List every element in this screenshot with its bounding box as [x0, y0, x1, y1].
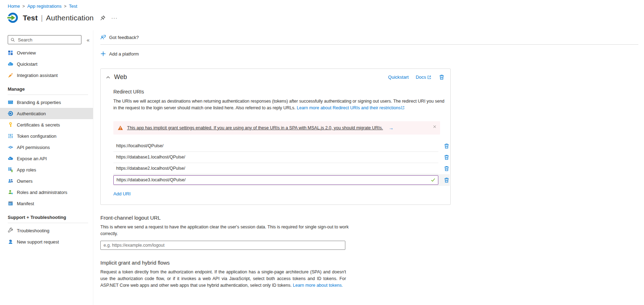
sidebar-item-label: App roles: [17, 167, 36, 173]
sidebar-item-certificates-secrets[interactable]: Certificates & secrets: [0, 119, 93, 130]
more-menu-icon[interactable]: ···: [111, 15, 118, 21]
sidebar-item-label: Roles and administrators: [17, 190, 67, 195]
front-channel-title: Front-channel logout URL: [100, 215, 644, 221]
main-content: Got feedback? Add a platform Web Quickst…: [100, 30, 644, 305]
authentication-icon: [8, 111, 13, 116]
sidebar-section-manage: Manage: [0, 81, 93, 95]
add-platform-label: Add a platform: [109, 51, 139, 57]
breadcrumb-home[interactable]: Home: [8, 4, 20, 9]
feedback-icon: [100, 34, 106, 40]
app-name: Test: [23, 14, 38, 22]
breadcrumb: Home > App registrations > Test: [8, 4, 77, 9]
sidebar-item-overview[interactable]: Overview: [0, 47, 93, 58]
implicit-grant-description: Request a token directly from the author…: [100, 269, 346, 289]
front-channel-logout-url-input[interactable]: [100, 241, 345, 250]
sidebar-item-label: Branding & properties: [17, 100, 61, 105]
learn-more-tokens-link[interactable]: Learn more about tokens.: [293, 283, 343, 288]
add-uri-button[interactable]: Add URI: [113, 191, 131, 196]
api-permissions-icon: [8, 144, 13, 150]
front-channel-description: This is where we send a request to have …: [100, 224, 365, 237]
redirect-uri-value[interactable]: https://localhost/QPulse/: [113, 141, 438, 152]
sidebar-item-label: Troubleshooting: [17, 228, 49, 233]
delete-web-platform-button[interactable]: [439, 74, 445, 80]
warning-triangle-icon: [118, 125, 123, 131]
sidebar-section-support: Support + Troubleshooting: [0, 209, 93, 223]
breadcrumb-app-registrations[interactable]: App registrations: [27, 4, 62, 9]
sidebar-item-branding-properties[interactable]: Branding & properties: [0, 97, 93, 108]
manifest-icon: [8, 201, 13, 206]
sidebar-item-new-support-request[interactable]: New support request: [0, 236, 93, 247]
pin-icon[interactable]: [100, 15, 106, 21]
sidebar-item-label: Integration assistant: [17, 73, 58, 78]
quickstart-icon: [8, 61, 13, 67]
breadcrumb-separator: >: [64, 4, 66, 9]
search-input[interactable]: [17, 37, 79, 43]
sidebar-item-owners[interactable]: Owners: [0, 175, 93, 187]
redirect-uri-input[interactable]: [113, 175, 438, 185]
integration-assistant-icon: [8, 72, 13, 78]
web-card-title: Web: [114, 73, 127, 81]
plus-icon: [100, 51, 106, 57]
trash-icon: [444, 177, 450, 183]
search-icon: [11, 38, 15, 42]
blade-name: Authentication: [46, 14, 94, 22]
redirect-uris-title: Redirect URIs: [113, 89, 436, 95]
redirect-uri-value[interactable]: https://database2.localhost/QPulse/: [113, 163, 438, 174]
sidebar-item-label: API permissions: [17, 145, 50, 150]
sidebar-item-authentication[interactable]: Authentication: [0, 108, 93, 119]
sidebar-item-label: Owners: [17, 179, 33, 184]
got-feedback-label: Got feedback?: [109, 35, 139, 40]
add-platform-button[interactable]: Add a platform: [100, 51, 139, 57]
learn-more-redirect-uris-link[interactable]: Learn more about Redirect URIs and their…: [297, 105, 401, 110]
sidebar-item-quickstart[interactable]: Quickstart: [0, 58, 93, 70]
sidebar-item-label: Certificates & secrets: [17, 122, 60, 128]
warning-migrate-uris-link[interactable]: This app has implicit grant settings ena…: [127, 125, 383, 130]
sidebar-collapse-button[interactable]: «: [85, 36, 91, 44]
sidebar-search[interactable]: [8, 35, 81, 44]
divider: [8, 95, 88, 95]
implicit-grant-title: Implicit grant and hybrid flows: [100, 260, 644, 266]
delete-uri-button[interactable]: [444, 166, 450, 171]
branding-icon: [8, 99, 13, 105]
front-channel-section: Front-channel logout URL This is where w…: [100, 215, 644, 250]
new-support-request-icon: [8, 239, 13, 245]
collapse-web-chevron-icon[interactable]: [105, 74, 111, 80]
token-configuration-icon: [8, 133, 13, 139]
overview-icon: [8, 50, 13, 56]
owners-icon: [8, 178, 13, 184]
delete-uri-button[interactable]: [444, 177, 450, 183]
sidebar-item-manifest[interactable]: Manifest: [0, 198, 93, 209]
delete-uri-button[interactable]: [444, 154, 450, 160]
external-link-icon: [427, 75, 432, 80]
sidebar-item-expose-an-api[interactable]: Expose an API: [0, 153, 93, 164]
sidebar-item-api-permissions[interactable]: API permissions: [0, 142, 93, 153]
page-title: Test | Authentication: [23, 14, 94, 22]
trash-icon: [444, 166, 450, 171]
sidebar-item-roles-administrators[interactable]: Roles and administrators: [0, 187, 93, 198]
redirect-uri-row-editing: [113, 174, 450, 186]
sidebar-item-integration-assistant[interactable]: Integration assistant: [0, 70, 93, 81]
sidebar-nav: Overview Quickstart Integration assistan…: [0, 47, 93, 247]
sidebar-item-token-configuration[interactable]: Token configuration: [0, 130, 93, 142]
sidebar-item-label: Authentication: [17, 111, 46, 116]
docs-link[interactable]: Docs: [416, 74, 432, 80]
sidebar-item-app-roles[interactable]: App roles: [0, 164, 93, 175]
sidebar-item-label: Token configuration: [17, 134, 57, 139]
breadcrumb-separator: >: [22, 4, 25, 9]
web-platform-card: Web Quickstart Docs Redirect URIs The UR…: [100, 69, 451, 205]
close-warning-button[interactable]: [432, 124, 437, 130]
breadcrumb-current[interactable]: Test: [69, 4, 77, 9]
redirect-uris-description: The URIs we will accept as destinations …: [113, 98, 445, 112]
command-bar: Got feedback?: [100, 30, 638, 45]
external-link-icon: [400, 105, 405, 110]
title-divider: |: [41, 14, 43, 22]
sidebar-item-troubleshooting[interactable]: Troubleshooting: [0, 225, 93, 236]
troubleshooting-icon: [8, 228, 13, 233]
redirect-uri-value[interactable]: https://database1.localhost/QPulse/: [113, 152, 438, 163]
got-feedback-button[interactable]: Got feedback?: [100, 34, 139, 40]
delete-uri-button[interactable]: [444, 143, 450, 149]
certificates-secrets-icon: [8, 122, 13, 128]
redirect-uri-row: https://database1.localhost/QPulse/: [113, 152, 450, 163]
expose-api-icon: [8, 156, 13, 161]
quickstart-link[interactable]: Quickstart: [388, 74, 409, 80]
